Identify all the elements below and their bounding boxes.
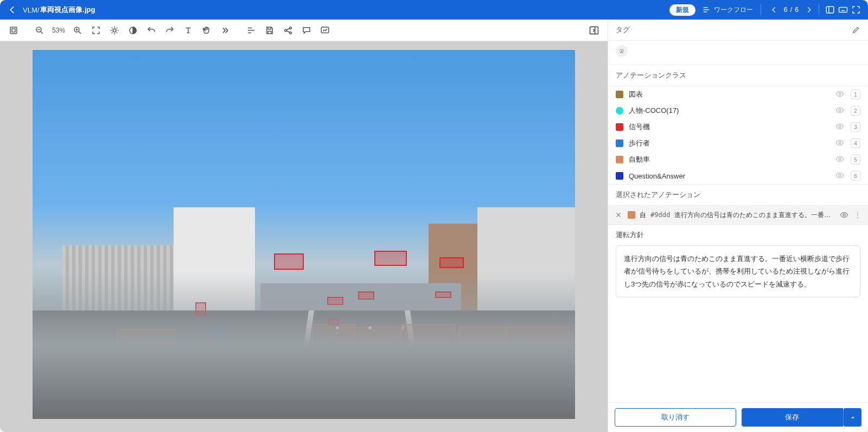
sig-bbox[interactable] (327, 297, 343, 305)
class-swatch (616, 139, 623, 147)
save-button[interactable]: 保存 (742, 408, 844, 427)
back-button[interactable] (5, 3, 20, 17)
save-dropdown-button[interactable] (843, 408, 861, 427)
visibility-toggle-icon[interactable] (835, 122, 845, 132)
class-swatch (616, 123, 623, 131)
resize-handle[interactable] (368, 385, 372, 390)
car-bbox[interactable] (505, 327, 570, 370)
sig-bbox[interactable] (358, 291, 374, 300)
resize-handle[interactable] (400, 355, 405, 360)
zoom-out-icon[interactable] (31, 22, 48, 39)
next-item-button[interactable] (803, 4, 814, 15)
sig-bbox[interactable] (274, 253, 304, 270)
resize-handle[interactable] (400, 385, 405, 390)
workflow-menu[interactable]: ワークフロー (702, 5, 753, 15)
status-pill-new[interactable]: 新規 (669, 4, 695, 16)
selected-annotation-row[interactable]: 自 #9ddd 進行方向の信号は青のためこのまま直進する。一番近い横断… ⋮ (608, 206, 868, 225)
pan-tool-icon[interactable] (199, 22, 215, 39)
svg-point-16 (839, 158, 841, 160)
car-bbox[interactable] (458, 327, 507, 367)
deselect-icon[interactable] (614, 210, 623, 220)
svg-rect-2 (10, 27, 17, 34)
sig-bbox[interactable] (328, 319, 339, 325)
car-bbox[interactable] (312, 324, 355, 357)
chart-icon[interactable] (317, 22, 333, 39)
page-counter: 6 / 6 (784, 6, 799, 14)
redo-icon[interactable] (162, 22, 178, 39)
attribute-text-input[interactable]: 進行方向の信号は青のためこのまま直進する。一番近い横断歩道で歩行者が信号待ちをし… (616, 245, 860, 297)
brightness-icon[interactable] (106, 22, 123, 39)
resize-handle[interactable] (335, 385, 340, 390)
class-row[interactable]: Question&Answer 6 (608, 168, 868, 184)
image-stage[interactable] (33, 50, 575, 419)
attribute-label: 運転方針 (608, 225, 868, 242)
visibility-toggle-icon[interactable] (835, 90, 845, 99)
svg-point-12 (839, 93, 841, 95)
class-row[interactable]: 信号機 3 (608, 119, 868, 135)
class-shortcut: 1 (851, 90, 860, 99)
class-label: 図表 (629, 90, 830, 99)
tag-chip[interactable]: ② (616, 45, 628, 57)
resize-handle[interactable] (335, 355, 340, 360)
collapse-panel-icon[interactable] (586, 22, 602, 39)
sig-bbox[interactable] (435, 291, 451, 298)
class-label: 歩行者 (629, 138, 830, 148)
undo-icon[interactable] (143, 22, 159, 39)
svg-rect-1 (839, 8, 847, 12)
save-icon[interactable] (261, 22, 278, 39)
class-swatch (616, 172, 623, 180)
comment-icon[interactable] (298, 22, 315, 39)
breadcrumb: VLM/ 車両視点画像.jpg (23, 5, 95, 15)
prev-item-button[interactable] (769, 4, 780, 15)
page-nav: 6 / 6 (769, 4, 814, 15)
selected-preview-text: 進行方向の信号は青のためこのまま直進する。一番近い横断… (674, 211, 835, 220)
sig-bbox[interactable] (195, 302, 206, 316)
select-mode-icon[interactable] (5, 22, 22, 39)
class-row[interactable]: 自動車 5 (608, 151, 868, 168)
selected-class-short: 自 (640, 211, 646, 220)
keyboard-icon[interactable] (837, 3, 850, 16)
sig-bbox[interactable] (439, 257, 464, 268)
fit-screen-icon[interactable] (88, 22, 104, 39)
visibility-toggle-icon[interactable] (835, 106, 845, 116)
class-swatch (616, 91, 623, 98)
class-shortcut: 2 (851, 106, 860, 116)
more-tools-icon[interactable] (217, 22, 233, 39)
panel-toggle-icon[interactable] (824, 3, 837, 16)
breadcrumb-folder[interactable]: VLM/ (23, 6, 39, 14)
class-swatch (616, 156, 623, 163)
contrast-icon[interactable] (125, 22, 141, 39)
class-row[interactable]: 人物-COCO(17) 2 (608, 103, 868, 119)
class-label: Question&Answer (629, 172, 830, 180)
class-shortcut: 5 (851, 155, 860, 164)
canvas-area[interactable] (0, 41, 608, 432)
visibility-toggle-icon[interactable] (835, 138, 845, 148)
class-row[interactable]: 図表 1 (608, 86, 868, 103)
cancel-button[interactable]: 取り消す (615, 408, 736, 427)
fullscreen-icon[interactable] (850, 3, 863, 16)
text-tool-icon[interactable] (180, 22, 196, 39)
car-bbox[interactable] (117, 329, 176, 373)
zoom-in-icon[interactable] (69, 22, 86, 39)
visibility-toggle-icon[interactable] (835, 155, 845, 164)
class-row[interactable]: 歩行者 4 (608, 135, 868, 151)
resize-handle[interactable] (335, 326, 340, 330)
svg-point-15 (839, 142, 841, 144)
resize-handle[interactable] (400, 326, 405, 330)
align-icon[interactable] (243, 22, 259, 39)
edit-tags-icon[interactable] (852, 26, 860, 34)
tags-title: タグ (616, 25, 630, 35)
visibility-toggle-icon[interactable] (835, 171, 845, 181)
visibility-toggle-icon[interactable] (840, 211, 848, 219)
resize-handle[interactable] (368, 326, 372, 330)
sig-bbox[interactable] (374, 251, 407, 266)
car-bbox[interactable] (401, 324, 456, 367)
share-icon[interactable] (280, 22, 296, 39)
annotation-more-icon[interactable]: ⋮ (853, 211, 863, 219)
ped-bbox[interactable] (213, 327, 225, 357)
svg-point-13 (839, 109, 841, 111)
svg-point-17 (839, 174, 841, 176)
class-shortcut: 4 (851, 138, 860, 148)
selected-annotations-title: 選択されたアノテーション (608, 184, 868, 206)
car-bbox[interactable] (336, 327, 401, 386)
